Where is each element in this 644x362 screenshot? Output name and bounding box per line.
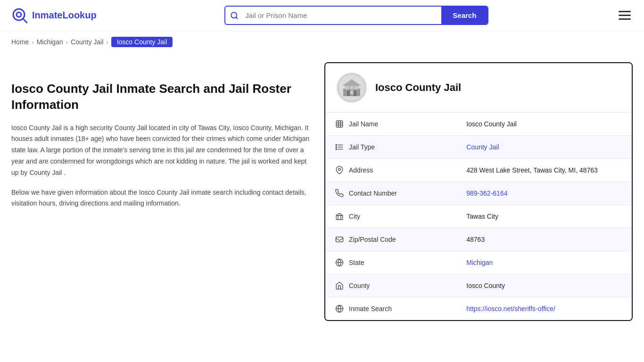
info-label-cell: Zip/Postal Code <box>325 228 457 251</box>
table-row: Address428 West Lake Street, Tawas City,… <box>325 159 632 182</box>
logo-text: InmateLookup <box>32 10 97 21</box>
breadcrumb-michigan[interactable]: Michigan <box>37 38 63 46</box>
search-icon <box>225 11 243 20</box>
info-table: Jail NameIosco County JailJail TypeCount… <box>325 113 632 320</box>
table-row: CountyIosco County <box>325 274 632 297</box>
svg-line-2 <box>23 19 27 23</box>
breadcrumb: Home › Michigan › County Jail › Iosco Co… <box>0 31 644 53</box>
header: InmateLookup Search <box>0 0 644 31</box>
main-content: Iosco County Jail Inmate Search and Jail… <box>0 53 644 340</box>
info-value-cell: 428 West Lake Street, Tawas City, MI, 48… <box>457 159 632 182</box>
svg-point-24 <box>336 147 337 148</box>
info-label-cell: City <box>325 205 457 228</box>
info-value-link[interactable]: County Jail <box>466 143 499 151</box>
breadcrumb-sep: › <box>66 39 68 46</box>
svg-rect-9 <box>347 90 350 96</box>
info-value-cell: Iosco County <box>457 274 632 297</box>
row-label: Contact Number <box>349 189 397 197</box>
info-label-cell: Inmate Search <box>325 297 457 321</box>
card-facility-name: Iosco County Jail <box>375 82 461 94</box>
row-label: Jail Type <box>349 143 375 151</box>
search-bar: Search <box>224 6 488 25</box>
label-with-icon: Contact Number <box>335 189 429 198</box>
row-label: County <box>349 282 370 289</box>
svg-rect-15 <box>336 121 343 127</box>
pin-icon <box>335 165 344 175</box>
logo[interactable]: InmateLookup <box>11 7 97 24</box>
logo-icon <box>11 7 28 24</box>
info-value-cell[interactable]: 989-362-6164 <box>457 182 632 205</box>
table-row: CityTawas City <box>325 205 632 228</box>
row-label: Jail Name <box>349 120 378 128</box>
facility-card: Iosco County Jail Jail NameIosco County … <box>324 62 633 321</box>
table-row: Zip/Postal Code48763 <box>325 228 632 251</box>
table-row: Inmate Searchhttps://iosco.net/sheriffs-… <box>325 297 632 321</box>
info-value-cell: Iosco County Jail <box>457 113 632 136</box>
label-with-icon: City <box>335 212 429 221</box>
row-label: State <box>349 259 364 266</box>
breadcrumb-sep: › <box>106 39 108 46</box>
breadcrumb-home[interactable]: Home <box>11 38 29 46</box>
svg-point-23 <box>336 144 337 145</box>
svg-line-4 <box>236 17 238 18</box>
info-label-cell: Address <box>325 159 457 182</box>
jail-icon <box>335 119 344 129</box>
mail-icon <box>335 235 344 244</box>
county-icon <box>335 281 344 290</box>
svg-point-1 <box>17 12 21 17</box>
menu-line <box>619 18 631 20</box>
info-label-cell: Jail Type <box>325 136 457 159</box>
row-label: Address <box>349 166 373 174</box>
left-column: Iosco County Jail Inmate Search and Jail… <box>11 62 313 321</box>
row-label: Inmate Search <box>349 305 392 313</box>
svg-rect-11 <box>350 90 353 94</box>
table-row: StateMichigan <box>325 251 632 274</box>
info-value-cell: Tawas City <box>457 205 632 228</box>
table-row: Jail TypeCounty Jail <box>325 136 632 159</box>
menu-line <box>619 15 631 16</box>
info-label-cell: Contact Number <box>325 182 457 205</box>
label-with-icon: Jail Type <box>335 142 429 152</box>
page-description-2: Below we have given information about th… <box>11 187 313 210</box>
table-row: Contact Number989-362-6164 <box>325 182 632 205</box>
list-icon <box>335 142 344 152</box>
info-value-cell: 48763 <box>457 228 632 251</box>
search-input[interactable] <box>243 7 441 24</box>
globe-icon <box>335 258 344 267</box>
row-label: City <box>349 213 360 220</box>
svg-rect-27 <box>336 215 343 220</box>
label-with-icon: Inmate Search <box>335 304 429 313</box>
info-value-link[interactable]: https://iosco.net/sheriffs-office/ <box>466 305 555 313</box>
card-header: Iosco County Jail <box>325 63 632 113</box>
globe2-icon <box>335 304 344 313</box>
label-with-icon: Jail Name <box>335 119 429 129</box>
phone-icon <box>335 189 344 198</box>
label-with-icon: County <box>335 281 429 290</box>
hamburger-menu-button[interactable] <box>617 9 633 22</box>
info-value-cell[interactable]: County Jail <box>457 136 632 159</box>
info-value-cell[interactable]: Michigan <box>457 251 632 274</box>
search-button[interactable]: Search <box>441 7 487 24</box>
page-description-1: Iosco County Jail is a high security Cou… <box>11 123 313 179</box>
svg-rect-13 <box>351 87 353 89</box>
breadcrumb-county-jail[interactable]: County Jail <box>71 38 103 46</box>
breadcrumb-sep: › <box>32 39 33 46</box>
svg-rect-12 <box>346 87 348 89</box>
info-label-cell: County <box>325 274 457 297</box>
info-label-cell: Jail Name <box>325 113 457 136</box>
table-row: Jail NameIosco County Jail <box>325 113 632 136</box>
label-with-icon: Zip/Postal Code <box>335 235 429 244</box>
facility-avatar <box>337 73 367 103</box>
info-value-cell[interactable]: https://iosco.net/sheriffs-office/ <box>457 297 632 321</box>
svg-point-26 <box>339 168 341 171</box>
menu-line <box>619 11 631 12</box>
info-value-link[interactable]: 989-362-6164 <box>466 189 507 197</box>
info-value-link[interactable]: Michigan <box>466 259 493 266</box>
row-label: Zip/Postal Code <box>349 236 396 243</box>
label-with-icon: Address <box>335 165 429 175</box>
page-title: Iosco County Jail Inmate Search and Jail… <box>11 81 313 113</box>
svg-rect-14 <box>355 87 357 89</box>
svg-point-25 <box>336 148 337 149</box>
svg-rect-28 <box>336 237 343 242</box>
breadcrumb-current: Iosco County Jail <box>111 37 173 47</box>
